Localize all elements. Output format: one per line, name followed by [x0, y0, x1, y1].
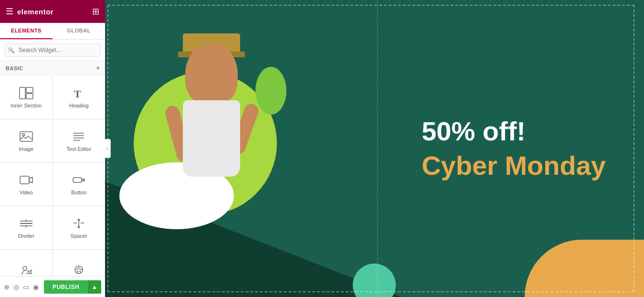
- tabs-bar: ELEMENTS GLOBAL: [0, 23, 105, 40]
- section-basic[interactable]: BASIC ▾: [0, 61, 105, 76]
- search-input[interactable]: [5, 43, 100, 57]
- image-icon: [19, 130, 33, 143]
- style-icon[interactable]: ◎: [13, 283, 19, 291]
- svg-marker-20: [77, 218, 80, 221]
- widget-grid: Inner Section T Heading Image: [0, 76, 105, 276]
- widget-image-label: Image: [19, 146, 33, 152]
- cyber-monday-text: Cyber Monday: [422, 151, 606, 180]
- svg-text:T: T: [74, 88, 81, 100]
- svg-line-29: [26, 273, 28, 274]
- grid-icon[interactable]: ⊞: [92, 6, 99, 17]
- divider-icon: [19, 217, 33, 230]
- widget-social[interactable]: [53, 250, 106, 276]
- top-bar: ☰ elementor ⊞: [0, 0, 105, 23]
- widget-inner-section[interactable]: Inner Section: [0, 76, 53, 119]
- svg-point-5: [22, 134, 24, 136]
- widget-text-editor[interactable]: Text Editor: [53, 119, 106, 162]
- person-silhouette: [149, 24, 274, 244]
- circle-image-area: [129, 10, 282, 277]
- eye-icon[interactable]: ◉: [33, 283, 39, 291]
- map-icon: [19, 263, 33, 276]
- dotted-vertical-line: [377, 0, 378, 297]
- svg-rect-2: [26, 94, 33, 99]
- button-icon: [72, 173, 86, 187]
- svg-line-27: [31, 269, 32, 271]
- star-icon: [72, 263, 86, 276]
- collapse-handle[interactable]: ‹: [104, 139, 111, 158]
- layers-icon[interactable]: ⊕: [4, 283, 10, 291]
- inner-section-icon: [19, 86, 33, 100]
- spacer-icon: [72, 217, 86, 230]
- widget-text-editor-label: Text Editor: [66, 146, 91, 152]
- svg-marker-21: [77, 226, 80, 229]
- teal-blob-shape: [353, 264, 396, 297]
- svg-marker-18: [25, 225, 27, 228]
- video-icon: [19, 173, 33, 187]
- svg-rect-11: [73, 178, 82, 182]
- widget-video[interactable]: Video: [0, 163, 53, 206]
- svg-rect-0: [20, 87, 25, 99]
- widget-divider[interactable]: Divider: [0, 206, 53, 249]
- widget-heading[interactable]: T Heading: [53, 76, 106, 119]
- publish-btn-group: PUBLISH ▲: [44, 280, 101, 294]
- elementor-logo: elementor: [17, 8, 53, 16]
- widget-spacer[interactable]: Spacer: [53, 206, 106, 249]
- hamburger-icon[interactable]: ☰: [6, 6, 13, 17]
- svg-rect-1: [26, 87, 33, 93]
- widget-inner-section-label: Inner Section: [11, 103, 42, 108]
- tab-global[interactable]: GLOBAL: [53, 23, 105, 39]
- svg-point-25: [28, 271, 31, 274]
- tab-elements[interactable]: ELEMENTS: [0, 23, 53, 39]
- orange-corner-shape: [525, 240, 644, 297]
- widget-maps[interactable]: [0, 250, 53, 276]
- publish-dropdown-button[interactable]: ▲: [88, 280, 101, 294]
- widget-image[interactable]: Image: [0, 119, 53, 162]
- search-bar: [0, 40, 105, 61]
- main-canvas: 50% off! Cyber Monday: [105, 0, 644, 297]
- widget-divider-label: Divider: [18, 233, 34, 239]
- canvas-text-area: 50% off! Cyber Monday: [422, 117, 606, 180]
- svg-marker-17: [25, 219, 27, 222]
- widget-spacer-label: Spacer: [71, 233, 87, 239]
- person-torso: [183, 100, 240, 177]
- person-head: [185, 43, 238, 105]
- left-panel: ☰ elementor ⊞ ELEMENTS GLOBAL BASIC ▾ In…: [0, 0, 105, 297]
- bottom-bar: ⊕ ◎ ▭ ◉ PUBLISH ▲: [0, 276, 105, 297]
- responsive-icon[interactable]: ▭: [23, 283, 29, 291]
- canvas-background: 50% off! Cyber Monday: [105, 0, 644, 297]
- heading-icon: T: [72, 86, 86, 100]
- chevron-down-icon: ▾: [96, 65, 100, 72]
- publish-button[interactable]: PUBLISH: [44, 280, 88, 294]
- bottom-icons: ⊕ ◎ ▭ ◉: [4, 283, 39, 291]
- text-editor-icon: [72, 130, 86, 143]
- svg-marker-31: [76, 267, 82, 273]
- widget-button-label: Button: [71, 190, 86, 195]
- widget-heading-label: Heading: [69, 103, 89, 108]
- svg-rect-4: [20, 132, 32, 141]
- sale-text: 50% off!: [422, 117, 606, 146]
- svg-line-28: [31, 273, 32, 275]
- widget-video-label: Video: [20, 190, 33, 195]
- svg-line-26: [26, 270, 28, 271]
- svg-rect-10: [20, 176, 29, 184]
- section-basic-label: BASIC: [6, 65, 23, 71]
- person-body: [164, 43, 259, 244]
- svg-point-24: [23, 266, 27, 270]
- widget-button[interactable]: Button: [53, 163, 106, 206]
